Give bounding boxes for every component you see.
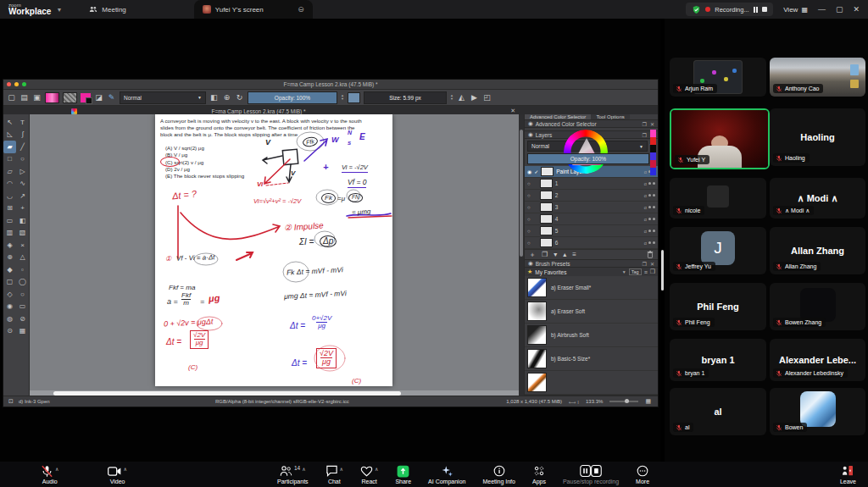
opacity-slider[interactable]: Opacity: 100% xyxy=(248,91,337,104)
layer-row[interactable]: ○6α xyxy=(525,237,658,249)
close-docker-icon[interactable]: ✕ xyxy=(650,261,654,267)
brush-preset-icon[interactable]: ⊡ xyxy=(8,398,14,405)
krita-tool-19[interactable]: ▧ xyxy=(16,227,29,240)
chevron-up-icon[interactable]: ∧ xyxy=(340,466,343,472)
layer-visibility-icon[interactable]: ○ xyxy=(527,241,531,246)
krita-tool-35[interactable]: ▦ xyxy=(16,325,29,338)
close-button[interactable]: ✕ xyxy=(853,5,860,14)
brush-tip-icon[interactable]: ◪ xyxy=(94,94,103,102)
ai-companion-button[interactable]: AI Companion xyxy=(428,462,465,487)
chevron-up-icon[interactable]: ∧ xyxy=(302,466,305,472)
participant-tile-al[interactable]: alal xyxy=(670,388,766,435)
docker-menu-icon[interactable]: ◉ xyxy=(528,120,533,127)
docker-menu-icon[interactable]: ◉ xyxy=(528,131,533,138)
minimize-button[interactable]: — xyxy=(818,5,826,14)
foreground-background-colors[interactable] xyxy=(81,93,91,102)
layer-properties-button[interactable]: ≡ xyxy=(572,251,576,258)
zoom-slider[interactable] xyxy=(609,401,638,402)
more-button[interactable]: More xyxy=(636,462,649,487)
security-shield-icon[interactable] xyxy=(692,5,701,14)
preserve-alpha-icon[interactable]: ⊕ xyxy=(222,94,231,102)
opacity-spinner[interactable]: ▲▼ xyxy=(341,94,344,102)
chevron-up-icon[interactable]: ∧ xyxy=(375,466,378,472)
krita-tool-22[interactable]: ⊕ xyxy=(3,252,16,264)
tab-meeting[interactable]: Meeting xyxy=(81,0,134,19)
krita-tool-33[interactable]: ⊘ xyxy=(16,313,29,325)
pattern-swatch[interactable] xyxy=(63,92,77,103)
krita-tool-3[interactable]: ∫ xyxy=(16,129,29,141)
krita-tool-14[interactable]: ⊞ xyxy=(3,202,16,215)
krita-tool-12[interactable]: ◡ xyxy=(3,190,16,202)
krita-tool-18[interactable]: ▥ xyxy=(3,227,16,240)
float-docker-icon[interactable]: ❐ xyxy=(643,261,647,267)
mirror-vertical-icon[interactable]: ▶ xyxy=(470,94,479,102)
meeting-info-button[interactable]: Meeting Info xyxy=(482,462,515,487)
krita-tool-30[interactable]: ◉ xyxy=(3,301,16,313)
krita-tool-21[interactable]: × xyxy=(16,239,29,252)
delete-layer-button[interactable] xyxy=(647,251,654,258)
list-view-icon[interactable]: ≡ xyxy=(644,269,648,275)
krita-tool-15[interactable]: + xyxy=(16,202,29,215)
krita-tool-23[interactable]: △ xyxy=(16,252,29,264)
krita-tool-9[interactable]: ▷ xyxy=(16,165,29,178)
krita-tool-7[interactable]: ○ xyxy=(16,153,29,166)
participant-tile-haoling[interactable]: HaolingHaoling xyxy=(770,108,865,166)
chevron-up-icon[interactable]: ∧ xyxy=(55,466,58,472)
restore-button[interactable]: ▢ xyxy=(836,5,843,14)
brush-preset-row[interactable]: b) Airbrush Soft xyxy=(525,324,658,347)
krita-tool-11[interactable]: ∿ xyxy=(16,178,29,191)
brush-preset-row[interactable]: b) Basic-5 Size* xyxy=(525,347,658,371)
tag-button[interactable]: Tag xyxy=(629,268,642,275)
tab-shared-screen[interactable]: Yufei Y's screen ⊖ xyxy=(194,0,313,19)
layer-props-icons[interactable]: α xyxy=(644,241,655,246)
krita-tool-29[interactable]: ○ xyxy=(16,288,29,301)
whiteboard-canvas[interactable]: A conveyor belt is moving with velocity … xyxy=(155,114,392,386)
share-button[interactable]: Share xyxy=(395,462,411,487)
krita-tool-4[interactable]: ▰ xyxy=(3,141,16,153)
canvas-viewport[interactable]: A conveyor belt is moving with velocity … xyxy=(30,114,519,396)
participant-tile--modi-[interactable]: ∧ Modi ∧∧ Modi ∧ xyxy=(770,178,865,219)
participant-tile-bowen-zhang[interactable]: Bowen Zhang xyxy=(770,283,865,330)
krita-tool-5[interactable]: ╱ xyxy=(16,141,29,153)
participant-tile-arjun-ram[interactable]: Arjun Ram xyxy=(670,58,766,97)
detail-view-icon[interactable]: ❒ xyxy=(650,268,655,275)
document-tab-label[interactable]: F=ma Camp Lesson 2.kra (47.5 MiB) * xyxy=(3,108,514,114)
participant-tile-nicole[interactable]: nicole xyxy=(670,178,766,219)
brush-preset-row[interactable]: a) Eraser Small* xyxy=(525,276,658,300)
krita-tool-31[interactable]: ▭ xyxy=(16,301,29,313)
view-button[interactable]: View ▦ xyxy=(783,6,808,14)
layer-row[interactable]: ○1α xyxy=(525,178,658,190)
open-document-icon[interactable]: ▤ xyxy=(19,94,29,102)
participant-tile-allan-zhang[interactable]: Allan ZhangAllan Zhang xyxy=(770,227,865,274)
eraser-mode-icon[interactable]: ◧ xyxy=(209,94,219,102)
apps-button[interactable]: Apps xyxy=(532,462,546,487)
chevron-up-icon[interactable]: ∧ xyxy=(123,466,126,472)
participant-tile-bryan-1[interactable]: bryan 1bryan 1 xyxy=(670,339,766,381)
favorites-select[interactable]: My Favorites xyxy=(535,269,620,275)
brush-preset-row[interactable] xyxy=(525,371,658,395)
participant-tile-yufei-y[interactable]: Yufei Y xyxy=(670,108,770,169)
layer-visibility-icon[interactable]: ○ xyxy=(527,181,531,186)
krita-tool-2[interactable]: ◺ xyxy=(3,129,16,141)
brush-editor-icon[interactable]: ✎ xyxy=(107,94,116,102)
krita-tool-20[interactable]: ◈ xyxy=(3,239,16,252)
krita-tool-26[interactable]: ▢ xyxy=(3,276,16,289)
pause-stop-recording-button[interactable]: Pause/stop recording xyxy=(563,462,619,487)
reload-preset-icon[interactable]: ↻ xyxy=(235,94,244,102)
gradient-swatch[interactable] xyxy=(45,92,59,103)
participant-tile-alexander-lebedinsky[interactable]: Alexander Lebe...Alexander Lebedinsky xyxy=(770,339,865,381)
krita-tool-27[interactable]: ◯ xyxy=(16,276,29,289)
layer-visibility-icon[interactable]: ○ xyxy=(527,205,531,210)
canvas-vertical-scrollbar[interactable] xyxy=(519,114,524,396)
close-docker-icon[interactable]: ✕ xyxy=(650,121,654,127)
canvas-only-icon[interactable]: ▦ xyxy=(645,398,651,405)
layer-visibility-icon[interactable]: ○ xyxy=(527,217,531,222)
video-button[interactable]: ∧Video xyxy=(108,462,126,487)
layer-row[interactable]: ○5α xyxy=(525,225,658,237)
wrap-around-icon[interactable]: ◰ xyxy=(482,94,492,102)
layer-props-icons[interactable]: α xyxy=(644,193,655,198)
krita-tool-1[interactable]: T xyxy=(16,116,29,129)
size-spinner[interactable]: ▲▼ xyxy=(450,94,453,102)
participant-tile-anthony-cao[interactable]: Anthony Cao xyxy=(770,58,865,97)
layer-props-icons[interactable]: α xyxy=(644,181,655,186)
